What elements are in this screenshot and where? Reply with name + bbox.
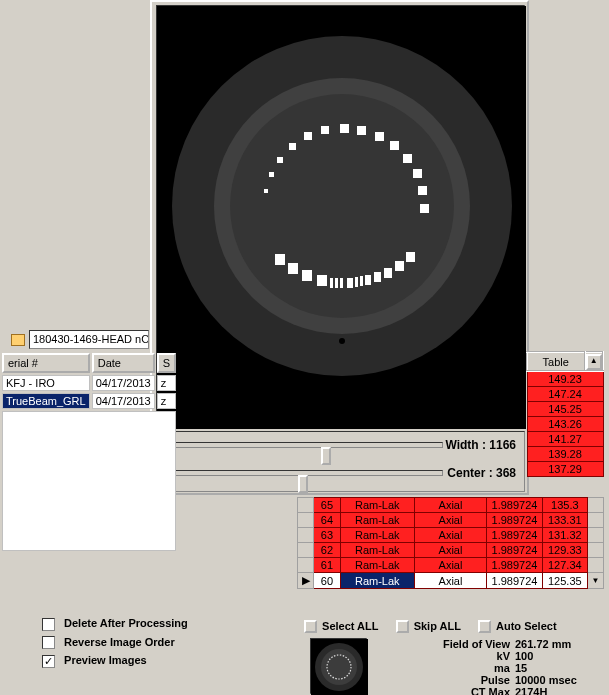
svg-rect-5	[357, 126, 366, 135]
list-item[interactable]: 137.29	[527, 462, 603, 477]
table-row[interactable]: 61 Ram-Lak Axial 1.989724 127.34	[298, 558, 604, 573]
table-blank	[2, 411, 176, 551]
patient-table[interactable]: erial # Date S KFJ - IRO 04/17/2013 z Tr…	[0, 351, 178, 553]
svg-rect-29	[374, 272, 381, 282]
center-slider[interactable]	[165, 470, 443, 476]
table-row[interactable]: 63 Ram-Lak Axial 1.989724 131.32	[298, 528, 604, 543]
svg-rect-14	[289, 143, 296, 150]
svg-rect-32	[406, 252, 415, 262]
svg-rect-23	[335, 278, 338, 288]
options-area: Delete After Processing Reverse Image Or…	[42, 617, 188, 673]
list-item[interactable]: 143.26	[527, 417, 603, 432]
svg-rect-28	[365, 275, 371, 285]
col-s[interactable]: S	[157, 353, 176, 373]
svg-rect-19	[288, 263, 298, 274]
svg-rect-30	[384, 268, 392, 278]
delete-after-checkbox[interactable]	[42, 618, 55, 631]
list-item[interactable]: 149.23	[527, 371, 603, 387]
svg-rect-11	[420, 204, 429, 213]
svg-rect-7	[390, 141, 399, 150]
list-item[interactable]: 145.25	[527, 402, 603, 417]
scroll-down-icon[interactable]: ▼	[587, 573, 603, 589]
svg-rect-8	[403, 154, 412, 163]
list-item[interactable]: 147.24	[527, 387, 603, 402]
list-item[interactable]: 141.27	[527, 432, 603, 447]
action-buttons: Select ALL Skip ALL Auto Select	[304, 619, 604, 633]
svg-rect-22	[330, 278, 333, 288]
svg-rect-13	[304, 132, 312, 140]
folder-icon[interactable]	[11, 334, 25, 346]
svg-rect-15	[277, 157, 283, 163]
svg-rect-17	[264, 189, 268, 193]
width-readout: Width : 1166	[445, 438, 516, 452]
table-row[interactable]: TrueBeam_GRL 04/17/2013 z	[2, 393, 176, 409]
auto-select-button[interactable]	[478, 620, 491, 633]
svg-rect-25	[347, 278, 353, 288]
table-row[interactable]: KFJ - IRO 04/17/2013 z	[2, 375, 176, 391]
thumbnail-preview[interactable]	[310, 638, 367, 694]
svg-rect-31	[395, 261, 404, 271]
svg-rect-27	[360, 276, 363, 286]
svg-rect-4	[340, 124, 349, 133]
svg-rect-21	[317, 275, 327, 286]
preview-images-checkbox[interactable]: ✓	[42, 655, 55, 668]
row-marker-icon: ▶	[298, 573, 314, 589]
skip-all-button[interactable]	[396, 620, 409, 633]
col-serial[interactable]: erial #	[2, 353, 90, 373]
width-slider[interactable]	[165, 442, 443, 448]
svg-rect-24	[340, 278, 343, 288]
svg-point-33	[339, 338, 345, 344]
slice-table[interactable]: 65 Ram-Lak Axial 1.989724 135.3 64 Ram-L…	[297, 497, 604, 589]
ct-image[interactable]	[156, 5, 525, 428]
svg-rect-10	[418, 186, 427, 195]
svg-rect-26	[355, 277, 358, 287]
scroll-up-icon[interactable]: ▲	[586, 354, 602, 370]
reverse-order-checkbox[interactable]	[42, 636, 55, 649]
svg-rect-16	[269, 172, 274, 177]
col-date[interactable]: Date	[92, 353, 155, 373]
table-row-selected[interactable]: ▶ 60 Ram-Lak Axial 1.989724 125.35 ▼	[298, 573, 604, 589]
list-item[interactable]: 139.28	[527, 447, 603, 462]
svg-rect-18	[275, 254, 285, 265]
svg-rect-6	[375, 132, 384, 141]
select-all-button[interactable]	[304, 620, 317, 633]
col-table-pos[interactable]: Table	[527, 352, 585, 371]
center-slider-thumb[interactable]	[298, 475, 308, 493]
svg-rect-9	[413, 169, 422, 178]
table-row[interactable]: 65 Ram-Lak Axial 1.989724 135.3	[298, 498, 604, 513]
position-table[interactable]: Table ▲ 149.23 147.24 145.25 143.26 141.…	[526, 351, 604, 477]
table-row[interactable]: 62 Ram-Lak Axial 1.989724 129.33	[298, 543, 604, 558]
path-field[interactable]: 180430-1469-HEAD nC	[29, 330, 149, 349]
svg-rect-20	[302, 270, 312, 281]
table-row[interactable]: 64 Ram-Lak Axial 1.989724 133.31	[298, 513, 604, 528]
ct-preview-panel: Width : 1166 Center : 368	[150, 0, 529, 495]
center-readout: Center : 368	[447, 466, 516, 480]
scan-info: Field of View261.72 mm kV100 ma15 Pulse1…	[416, 638, 577, 695]
svg-rect-12	[321, 126, 329, 134]
window-level-sliders: Width : 1166 Center : 368	[156, 431, 525, 492]
